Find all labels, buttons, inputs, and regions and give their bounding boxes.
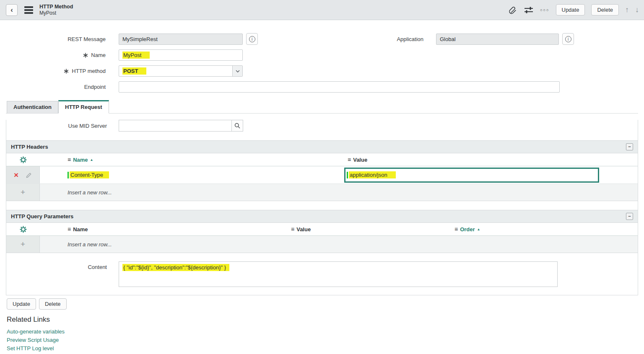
back-button[interactable]: ‹	[6, 4, 18, 16]
related-link-auto-generate-variables[interactable]: Auto-generate variables	[7, 329, 644, 335]
back-icon: ‹	[10, 6, 13, 14]
query-params-title: HTTP Query Parameters	[11, 213, 73, 220]
table-row: × Content-Type application/json	[6, 166, 638, 184]
mandatory-icon	[83, 53, 88, 58]
related-links-section: Related Links Auto-generate variables Pr…	[7, 315, 644, 354]
tab-http-request[interactable]: HTTP Request	[58, 100, 109, 114]
delete-button-header[interactable]: Delete	[591, 4, 619, 16]
update-button-header[interactable]: Update	[556, 4, 585, 16]
chevron-down-icon	[232, 66, 242, 76]
insert-new-row[interactable]: + Insert a new row...	[6, 236, 638, 253]
query-params-title-bar: HTTP Query Parameters −	[6, 210, 638, 223]
application-info-button[interactable]: i	[562, 33, 574, 45]
mid-server-lookup-button[interactable]	[231, 120, 243, 132]
header-name-cell[interactable]: Content-Type	[40, 166, 344, 183]
sort-icon: ≡	[454, 226, 458, 233]
value-edit-box-focused[interactable]: application/json	[344, 168, 599, 183]
http-request-tab-panel: Use MID Server HTTP Headers −	[6, 120, 638, 295]
http-headers-column-header-row: ≡ Name ▲ ≡ Value	[6, 153, 638, 166]
delete-row-icon[interactable]: ×	[14, 171, 18, 179]
form-header-bar: ‹ HTTP Method MyPost ○○○ Update Delete ↑…	[0, 0, 644, 20]
collapse-list-button[interactable]: −	[626, 213, 633, 220]
info-icon: i	[249, 36, 255, 42]
http-method-value-highlighted: POST	[122, 67, 146, 75]
sort-icon: ≡	[68, 226, 71, 233]
name-field[interactable]: MyPost	[119, 49, 243, 61]
column-header-name[interactable]: ≡ Name	[40, 226, 288, 233]
edited-indicator	[68, 172, 69, 178]
page-title: HTTP Method	[39, 4, 73, 10]
rest-message-field: MySimpleRest	[119, 34, 243, 45]
endpoint-label: Endpoint	[0, 84, 106, 90]
http-method-label: HTTP method	[0, 68, 106, 74]
list-settings-gear-icon[interactable]	[6, 226, 40, 233]
context-menu-icon[interactable]	[24, 6, 33, 14]
mid-server-field[interactable]	[119, 120, 232, 132]
form-tabs: Authentication HTTP Request	[6, 100, 638, 114]
previous-record-icon[interactable]: ↑	[625, 5, 629, 14]
column-header-name[interactable]: ≡ Name ▲	[40, 156, 344, 163]
related-link-set-http-log-level[interactable]: Set HTTP Log level	[7, 346, 644, 352]
row-action-icons: ×	[6, 166, 40, 183]
sort-icon: ≡	[348, 156, 351, 163]
application-label: Application	[397, 36, 423, 42]
list-settings-gear-icon[interactable]	[6, 156, 40, 163]
update-button-footer[interactable]: Update	[7, 298, 36, 310]
mid-server-label: Use MID Server	[6, 123, 107, 129]
name-label: Name	[0, 52, 106, 58]
http-headers-title: HTTP Headers	[11, 144, 48, 150]
info-icon: i	[565, 36, 571, 42]
header-value-cell[interactable]: application/json	[344, 166, 638, 183]
add-row-plus-icon[interactable]: +	[6, 236, 40, 253]
delete-button-footer[interactable]: Delete	[39, 298, 67, 310]
http-query-parameters-list: HTTP Query Parameters − ≡	[6, 210, 638, 253]
query-params-column-header-row: ≡ Name ≡ Value ≡ Order ▲	[6, 223, 638, 236]
search-icon	[234, 123, 240, 129]
related-link-preview-script-usage[interactable]: Preview Script Usage	[7, 337, 644, 344]
record-name: MyPost	[39, 10, 73, 16]
form-footer-buttons: Update Delete	[7, 298, 644, 310]
http-headers-title-bar: HTTP Headers −	[6, 141, 638, 153]
edited-indicator	[347, 172, 348, 178]
content-textarea[interactable]: { "id":"${id}", "description":"${descrip…	[119, 261, 558, 287]
sort-icon: ≡	[68, 156, 71, 163]
personalize-form-icon[interactable]	[524, 5, 534, 15]
name-value-highlighted: MyPost	[122, 52, 150, 59]
column-header-order[interactable]: ≡ Order ▲	[451, 226, 638, 233]
sort-asc-icon: ▲	[90, 158, 93, 162]
related-links-title: Related Links	[7, 315, 644, 324]
content-value-highlighted: { "id":"${id}", "description":"${descrip…	[122, 264, 229, 271]
collapse-list-button[interactable]: −	[626, 143, 633, 150]
column-header-value[interactable]: ≡ Value	[288, 226, 451, 233]
next-record-icon[interactable]: ↓	[635, 5, 639, 14]
tab-authentication[interactable]: Authentication	[7, 101, 58, 113]
edit-pencil-icon[interactable]	[26, 172, 32, 178]
more-options-icon[interactable]: ○○○	[540, 8, 549, 12]
collapse-icon: −	[628, 145, 631, 149]
header-value-highlighted: application/json	[349, 171, 396, 178]
record-title-block: HTTP Method MyPost	[39, 4, 73, 16]
attachment-icon[interactable]	[508, 5, 517, 15]
sort-asc-icon: ▲	[477, 227, 480, 231]
insert-new-row[interactable]: + Insert a new row...	[6, 184, 638, 201]
mandatory-icon	[64, 69, 69, 74]
header-name-value-highlighted: Content-Type	[70, 171, 109, 178]
column-header-value[interactable]: ≡ Value	[344, 156, 638, 163]
add-row-plus-icon[interactable]: +	[6, 184, 40, 201]
rest-message-label: REST Message	[0, 36, 106, 42]
content-label: Content	[6, 261, 107, 287]
application-field: Global	[436, 34, 559, 45]
http-headers-list: HTTP Headers − ≡ Name	[6, 140, 638, 201]
http-method-select[interactable]: POST	[119, 65, 243, 77]
sort-icon: ≡	[291, 226, 294, 233]
endpoint-field[interactable]	[119, 81, 560, 93]
rest-message-info-button[interactable]: i	[246, 33, 258, 45]
collapse-icon: −	[628, 214, 631, 219]
form-fields: REST Message MySimpleRest i Application …	[0, 20, 644, 93]
